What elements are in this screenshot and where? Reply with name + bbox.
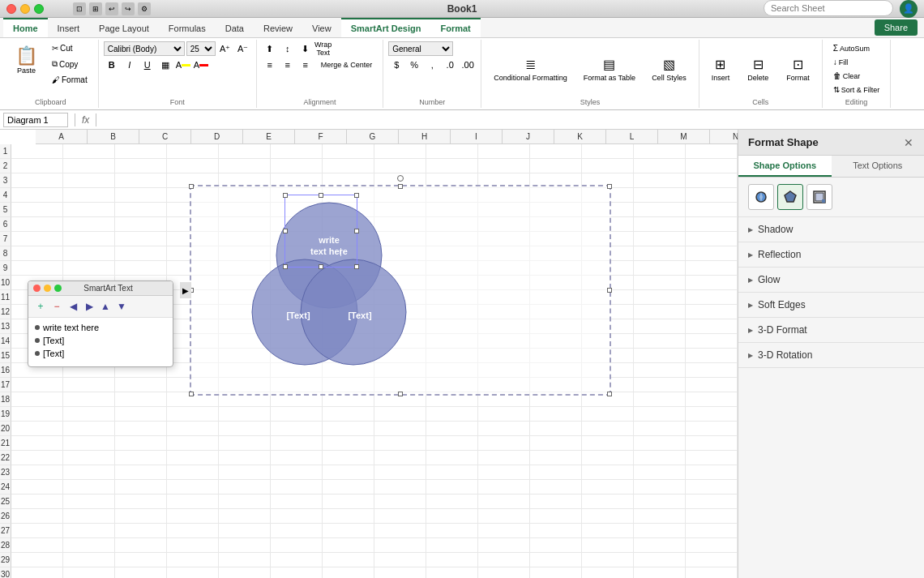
cell-N20[interactable]: [686, 422, 738, 436]
cell-L30[interactable]: [582, 567, 634, 578]
cell-F24[interactable]: [271, 480, 323, 495]
cell-C30[interactable]: [115, 567, 167, 578]
cell-I27[interactable]: [426, 524, 478, 538]
copy-button[interactable]: ⧉ Copy: [46, 57, 93, 71]
cell-I19[interactable]: [426, 407, 478, 422]
close-button[interactable]: [6, 4, 16, 14]
cell-J26[interactable]: [478, 509, 530, 524]
cell-N13[interactable]: [686, 319, 738, 334]
increase-decimal-button[interactable]: .00: [460, 58, 476, 72]
cell-K27[interactable]: [530, 524, 582, 538]
resize-handle-br[interactable]: [607, 392, 612, 396]
clear-button[interactable]: 🗑 Clear: [828, 69, 866, 83]
cell-L25[interactable]: [582, 495, 634, 509]
reflection-section-header[interactable]: ▶ Reflection: [738, 242, 924, 267]
cell-B25[interactable]: [63, 495, 115, 509]
cell-A24[interactable]: [11, 480, 63, 495]
cell-N1[interactable]: [686, 144, 738, 159]
cell-C24[interactable]: [115, 480, 167, 495]
cell-G30[interactable]: [323, 567, 374, 578]
cell-E27[interactable]: [219, 524, 271, 538]
cell-F2[interactable]: [271, 159, 323, 173]
cell-N2[interactable]: [686, 159, 738, 173]
cell-N19[interactable]: [686, 407, 738, 422]
cell-N15[interactable]: [686, 349, 738, 363]
cell-J2[interactable]: [478, 159, 530, 173]
cell-J27[interactable]: [478, 524, 530, 538]
cell-C2[interactable]: [115, 159, 167, 173]
cell-M12[interactable]: [634, 305, 686, 319]
cell-M1[interactable]: [634, 144, 686, 159]
align-left-button[interactable]: ≡: [262, 58, 278, 72]
cell-A28[interactable]: [11, 538, 63, 553]
soft-edges-section-header[interactable]: ▶ Soft Edges: [738, 293, 924, 317]
cell-L26[interactable]: [582, 509, 634, 524]
cell-E24[interactable]: [219, 480, 271, 495]
cell-L1[interactable]: [582, 144, 634, 159]
toolbar-icon-5[interactable]: ⚙: [138, 2, 151, 15]
minimize-button[interactable]: [20, 4, 30, 14]
cell-M13[interactable]: [634, 319, 686, 334]
tab-smartart-design[interactable]: SmartArt Design: [341, 18, 431, 37]
cell-M9[interactable]: [634, 261, 686, 276]
cell-E19[interactable]: [219, 407, 271, 422]
cell-M7[interactable]: [634, 232, 686, 246]
cell-B8[interactable]: [63, 246, 115, 261]
move-left-button[interactable]: ◀: [66, 299, 80, 314]
insert-button[interactable]: ⊞ Insert: [704, 47, 738, 91]
cell-B9[interactable]: [63, 261, 115, 276]
cell-L24[interactable]: [582, 480, 634, 495]
cell-G23[interactable]: [323, 465, 374, 480]
cell-E23[interactable]: [219, 465, 271, 480]
cell-N26[interactable]: [686, 509, 738, 524]
cell-N28[interactable]: [686, 538, 738, 553]
add-item-button[interactable]: +: [33, 299, 48, 314]
cell-C22[interactable]: [115, 451, 167, 465]
3d-format-section-header[interactable]: ▶ 3-D Format: [738, 318, 924, 342]
cell-G1[interactable]: [323, 144, 374, 159]
format-table-button[interactable]: ▤ Format as Table: [576, 47, 643, 91]
cell-N12[interactable]: [686, 305, 738, 319]
cell-G28[interactable]: [323, 538, 374, 553]
shape-effects-icon-button[interactable]: [777, 184, 803, 210]
resize-handle-mr[interactable]: [607, 288, 612, 293]
panel-minimize-button[interactable]: [44, 285, 51, 292]
font-size-select[interactable]: 25: [186, 41, 216, 56]
cell-C20[interactable]: [115, 422, 167, 436]
cell-C4[interactable]: [115, 188, 167, 203]
cell-J28[interactable]: [478, 538, 530, 553]
cell-E21[interactable]: [219, 436, 271, 451]
cell-J23[interactable]: [478, 465, 530, 480]
expand-panel-button[interactable]: ▶: [180, 282, 191, 298]
cell-I26[interactable]: [426, 509, 478, 524]
cell-F21[interactable]: [271, 436, 323, 451]
3d-rotation-section-header[interactable]: ▶ 3-D Rotation: [738, 343, 924, 367]
cell-I23[interactable]: [426, 465, 478, 480]
cell-M15[interactable]: [634, 349, 686, 363]
toolbar-icon-3[interactable]: ↩: [105, 2, 118, 15]
cell-C26[interactable]: [115, 509, 167, 524]
tab-formulas[interactable]: Formulas: [159, 18, 216, 37]
cell-F28[interactable]: [271, 538, 323, 553]
align-top-button[interactable]: ⬆: [262, 41, 278, 56]
cell-H1[interactable]: [374, 144, 426, 159]
cell-A20[interactable]: [11, 422, 63, 436]
format-painter-button[interactable]: 🖌 Format: [46, 73, 93, 87]
cell-N29[interactable]: [686, 553, 738, 567]
move-up-button[interactable]: ▲: [98, 299, 113, 314]
cell-D28[interactable]: [167, 538, 219, 553]
cell-G26[interactable]: [323, 509, 374, 524]
cell-H20[interactable]: [374, 422, 426, 436]
tab-page-layout[interactable]: Page Layout: [89, 18, 159, 37]
cell-D20[interactable]: [167, 422, 219, 436]
cell-B7[interactable]: [63, 232, 115, 246]
cell-N21[interactable]: [686, 436, 738, 451]
cell-A7[interactable]: [11, 232, 63, 246]
cell-H22[interactable]: [374, 451, 426, 465]
cell-B23[interactable]: [63, 465, 115, 480]
border-button[interactable]: ▦: [157, 58, 173, 72]
cell-D27[interactable]: [167, 524, 219, 538]
smartart-canvas[interactable]: ▶ write text here: [190, 185, 611, 396]
glow-section-header[interactable]: ▶ Glow: [738, 268, 924, 292]
cell-A1[interactable]: [11, 144, 63, 159]
